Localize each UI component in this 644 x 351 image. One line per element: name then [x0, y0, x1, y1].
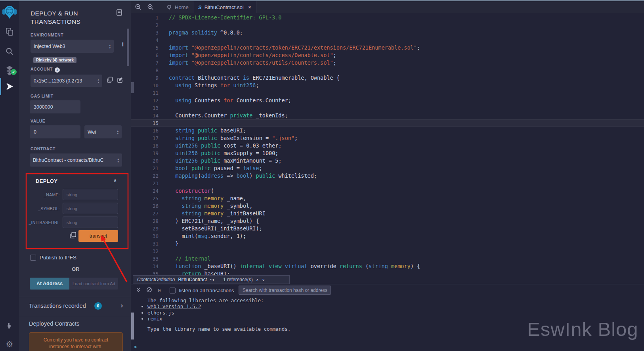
code-line[interactable]: 5import "@openzeppelin/contracts/token/E… [131, 44, 644, 52]
deploy-run-icon[interactable] [0, 79, 19, 94]
terminal-toolbar: 0 listen on all transactions [131, 284, 644, 296]
line-number: 34 [131, 263, 159, 270]
line-number: 1 [131, 14, 159, 21]
environment-info-icon[interactable]: i [122, 41, 124, 48]
clear-console-icon[interactable] [146, 287, 152, 294]
reference-peek-bar[interactable]: ContractDefinition BithuContract ↪ 1 ref… [133, 275, 290, 284]
at-address-input[interactable] [69, 278, 118, 290]
environment-select[interactable]: Injected Web3 ▴▾ [31, 40, 114, 53]
remix-ide-window: ✓ ⚙ DEPLOY & RUN TRANSACTIONS [0, 0, 644, 351]
code-line[interactable]: 14 Counters.Counter private _tokenIds; [131, 112, 644, 119]
code-line[interactable]: 18 uint256 public cost = 0.03 ether; [131, 142, 644, 150]
line-number: 13 [131, 104, 159, 112]
terminal-drag-handle[interactable] [131, 284, 644, 284]
code-line[interactable]: 34 function _baseURI() internal view vir… [131, 263, 644, 270]
publish-ipfs-checkbox[interactable] [30, 255, 36, 261]
deploy-section-header: DEPLOY [36, 178, 57, 184]
zoom-out-icon[interactable] [135, 4, 141, 12]
code-line[interactable]: 16 string public baseURI; [131, 127, 644, 134]
editor-scrollbar[interactable] [131, 82, 134, 93]
expand-terminal-icon[interactable] [136, 287, 141, 294]
code-line[interactable]: 3pragma solidity ^0.8.0; [131, 29, 644, 36]
peek-down-icon[interactable]: ∨ [262, 278, 265, 282]
code-line[interactable]: 12 using Counters for Counters.Counter; [131, 97, 644, 104]
code-line[interactable]: 26 string memory _symbol, [131, 202, 644, 210]
code-line[interactable]: 9contract BithuContract is ERC721Enumera… [131, 74, 644, 82]
code-line[interactable]: 8 [131, 67, 644, 74]
peek-kind: ContractDefinition [137, 277, 175, 282]
code-line[interactable]: 6import "@openzeppelin/contracts/access/… [131, 52, 644, 59]
code-line[interactable]: 25 string memory _name, [131, 195, 644, 202]
code-line[interactable]: 28 ) ERC721(_name, _symbol) { [131, 217, 644, 225]
edit-account-icon[interactable] [117, 77, 123, 84]
terminal-scrollbar[interactable] [131, 313, 134, 339]
value-input[interactable] [30, 125, 80, 138]
code-line[interactable]: 15 [131, 119, 644, 127]
terminal-intro: The following libraries are accessible: [147, 297, 264, 303]
panel-scrollbar[interactable] [127, 29, 129, 66]
deploy-field-label: _NAME: [23, 192, 60, 197]
code-line[interactable]: 27 string memory _initBaseURI [131, 210, 644, 217]
add-account-icon[interactable]: + [55, 67, 60, 73]
code-line[interactable]: 30 mint(msg.sender, 1); [131, 232, 644, 240]
line-number: 26 [131, 202, 159, 210]
copy-calldata-icon[interactable] [70, 232, 76, 240]
line-number: 9 [131, 74, 159, 82]
contract-select[interactable]: BithuContract - contracts/BithuC ▴▾ [30, 153, 122, 167]
code-line[interactable]: 23 [131, 180, 644, 187]
collapse-chevron-icon[interactable]: ∧ [113, 178, 117, 183]
deploy-field-input[interactable] [63, 217, 118, 228]
docs-book-icon[interactable] [116, 9, 122, 17]
copy-account-icon[interactable] [107, 77, 113, 84]
library-item[interactable]: web3 version 1.5.2 [147, 303, 201, 310]
file-explorer-icon[interactable] [0, 24, 19, 40]
plugin-manager-icon[interactable] [0, 318, 19, 334]
transactions-recorded-section[interactable]: Transactions recorded 0 › [19, 297, 131, 316]
code-line[interactable]: 10 using Strings for uint256; [131, 82, 644, 89]
go-to-reference-icon[interactable]: ↪ [210, 277, 214, 283]
code-line[interactable]: 1// SPDX-License-Identifier: GPL-3.0 [131, 14, 644, 21]
transact-button[interactable]: transact [78, 230, 118, 242]
code-line[interactable]: 24 constructor( [131, 187, 644, 195]
tab-home[interactable]: Home [162, 1, 193, 13]
code-line[interactable]: 17 string public baseExtension = ".json"… [131, 134, 644, 142]
settings-gear-icon[interactable]: ⚙ [0, 336, 19, 351]
account-select[interactable]: 0x15C...12303 (0.2713 ▴▾ [31, 75, 102, 87]
code-line[interactable]: 32 [131, 247, 644, 255]
gas-limit-input[interactable] [30, 100, 80, 113]
peek-up-icon[interactable]: ∧ [256, 278, 259, 282]
zoom-in-icon[interactable] [147, 4, 154, 12]
line-number: 4 [131, 36, 159, 44]
terminal-prompt[interactable]: > [134, 344, 137, 350]
code-line[interactable]: 19 uint256 public maxSupply = 1000; [131, 150, 644, 157]
library-item[interactable]: ethers.js [147, 310, 201, 316]
code-line[interactable]: 7import "@openzeppelin/contracts/utils/C… [131, 59, 644, 67]
line-number: 11 [131, 89, 159, 97]
deploy-field-row: _NAME: [23, 189, 127, 200]
code-line[interactable]: 29 setBaseURI(_initBaseURI); [131, 225, 644, 232]
peek-references[interactable]: 1 reference(s) [223, 277, 253, 282]
code-line[interactable]: 20 uint256 public maxMintAmount = 5; [131, 157, 644, 165]
deploy-field-input[interactable] [63, 203, 118, 214]
expand-chevron-icon[interactable]: › [120, 301, 123, 310]
listen-transactions-checkbox[interactable] [170, 288, 176, 293]
remix-logo-icon[interactable] [0, 3, 19, 21]
code-line[interactable]: 33 // internal [131, 255, 644, 263]
search-icon[interactable] [0, 44, 19, 59]
code-line[interactable]: 2 [131, 21, 644, 29]
terminal-search-input[interactable] [239, 286, 331, 295]
deploy-field-input[interactable] [63, 189, 118, 200]
value-unit-select[interactable]: Wei ▴▾ [84, 125, 122, 138]
code-line[interactable]: 13 [131, 104, 644, 112]
code-line[interactable]: 11 [131, 89, 644, 97]
contract-value: BithuContract - contracts/BithuC [33, 157, 104, 163]
code-line[interactable]: 31 } [131, 240, 644, 247]
tab-close-icon[interactable]: × [248, 4, 251, 10]
at-address-button[interactable]: At Address [30, 278, 69, 290]
tab-bithucontract[interactable]: S BithuContract.sol × [193, 1, 256, 13]
code-line[interactable]: 22 mapping(address => bool) public white… [131, 172, 644, 180]
code-line[interactable]: 4 [131, 36, 644, 44]
code-line[interactable]: 21 bool public paused = false; [131, 165, 644, 172]
watermark: EswInk Blog [527, 318, 638, 340]
code-editor[interactable]: 1// SPDX-License-Identifier: GPL-3.023pr… [131, 14, 644, 284]
